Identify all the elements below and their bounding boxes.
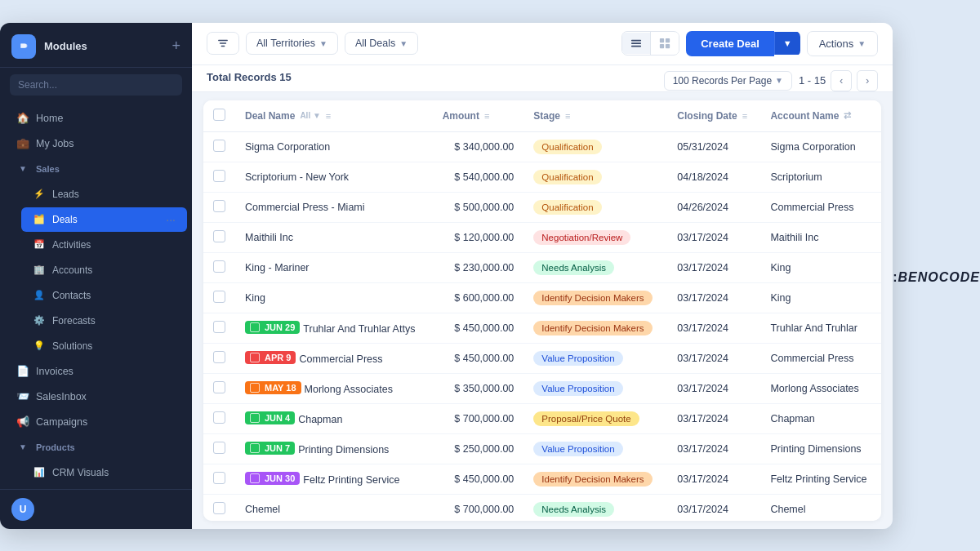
table-row: JUN 7Printing Dimensions$ 250,000.00Valu… — [203, 433, 881, 464]
date-tag[interactable]: JUN 4 — [245, 411, 295, 424]
date-tag[interactable]: MAY 18 — [245, 381, 301, 394]
deal-name-cell: Maithili Inc — [235, 222, 433, 252]
deals-dropdown[interactable]: All Deals ▼ — [345, 32, 418, 55]
sidebar-item-activities[interactable]: 📅 Activities — [21, 233, 187, 257]
stage-badge: Negotiation/Review — [533, 230, 630, 245]
date-tag[interactable]: JUN 7 — [245, 442, 295, 455]
total-records: Total Records 15 — [207, 71, 292, 90]
deals-table: Deal Name All ▼ ≡ Amount ≡ — [203, 100, 881, 521]
deal-name-text: Chapman — [298, 414, 342, 425]
row-checkbox[interactable] — [213, 502, 225, 514]
closing-date-sort-icon[interactable]: ≡ — [742, 111, 747, 121]
sidebar-section-label: Products — [36, 442, 75, 452]
create-deal-dropdown-button[interactable]: ▼ — [774, 32, 800, 55]
sidebar-item-label: Solutions — [52, 340, 92, 352]
row-checkbox[interactable] — [213, 472, 225, 484]
add-module-button[interactable]: + — [172, 38, 180, 55]
stage-sort-icon[interactable]: ≡ — [565, 111, 570, 121]
search-input[interactable] — [10, 74, 182, 96]
closing-date-header: Closing Date ≡ — [667, 100, 760, 132]
amount-cell: $ 340,000.00 — [433, 131, 524, 162]
row-checkbox[interactable] — [213, 200, 225, 212]
closing-date-cell: 03/17/2024 — [667, 252, 760, 282]
closing-date-cell: 03/17/2024 — [667, 433, 760, 464]
sidebar-item-label: Activities — [52, 239, 91, 251]
row-checkbox[interactable] — [213, 260, 225, 273]
amount-cell: $ 540,000.00 — [433, 162, 524, 192]
sidebar-item-salesinbox[interactable]: 📨 SalesInbox — [5, 384, 187, 409]
row-checkbox[interactable] — [213, 442, 225, 454]
home-icon: 🏠 — [16, 112, 29, 125]
account-name-settings-icon[interactable]: ⇄ — [844, 110, 851, 121]
deal-name-text: Commercial Press - Miami — [245, 202, 365, 213]
actions-label: Actions — [819, 38, 854, 50]
prev-page-button[interactable]: ‹ — [831, 70, 852, 91]
stage-badge: Qualification — [533, 140, 601, 154]
row-checkbox[interactable] — [213, 230, 225, 242]
stage-col-label: Stage — [533, 110, 560, 122]
list-view-button[interactable] — [622, 33, 650, 54]
avatar[interactable]: U — [11, 498, 34, 521]
deals-label: All Deals — [355, 38, 395, 49]
page-nav: 1 - 15 ‹ › — [799, 70, 878, 91]
deal-name-cell: JUN 7Printing Dimensions — [235, 433, 433, 464]
sidebar-item-forecasts[interactable]: ⚙️ Forecasts — [21, 309, 187, 333]
more-icon[interactable]: ··· — [166, 213, 176, 226]
sidebar-item-home[interactable]: 🏠 Home — [5, 106, 187, 131]
sidebar-item-label: Forecasts — [52, 315, 96, 327]
territory-dropdown[interactable]: All Territories ▼ — [246, 32, 338, 55]
next-page-button[interactable]: › — [857, 70, 878, 91]
deal-name-text: Truhlar And Truhlar Attys — [303, 323, 415, 335]
select-all-checkbox[interactable] — [213, 109, 225, 121]
svg-rect-2 — [631, 42, 641, 44]
stage-cell: Needs Analysis — [523, 494, 667, 521]
deal-name-sort-icon[interactable]: ≡ — [326, 111, 331, 121]
footer-brand: :BENOCODE — [893, 264, 980, 288]
sidebar-item-solutions[interactable]: 💡 Solutions — [21, 334, 187, 358]
deal-name-cell: APR 9Commercial Press — [235, 343, 433, 373]
sidebar-item-label: Contacts — [52, 290, 91, 301]
closing-date-cell: 03/17/2024 — [667, 282, 760, 313]
sidebar-item-contacts[interactable]: 👤 Contacts — [21, 283, 187, 308]
tag-checkbox-icon — [250, 413, 260, 423]
create-deal-button[interactable]: Create Deal — [686, 31, 774, 56]
row-checkbox[interactable] — [213, 140, 225, 152]
table-row: APR 9Commercial Press$ 450,000.00Value P… — [203, 343, 881, 373]
deal-name-text: King — [245, 292, 265, 304]
date-tag[interactable]: JUN 29 — [245, 321, 300, 334]
table-row: Chemel$ 700,000.00Needs Analysis03/17/20… — [203, 494, 881, 521]
row-checkbox[interactable] — [213, 411, 225, 424]
stage-header: Stage ≡ — [523, 100, 667, 132]
per-page-button[interactable]: 100 Records Per Page ▼ — [664, 71, 792, 91]
filter-button[interactable] — [207, 32, 239, 55]
tag-checkbox-icon — [250, 473, 260, 483]
row-checkbox[interactable] — [213, 291, 225, 303]
row-checkbox[interactable] — [213, 170, 225, 182]
sidebar-item-my-jobs[interactable]: 💼 My Jobs — [5, 131, 187, 156]
deal-name-cell: King — [235, 282, 433, 313]
sidebar-item-deals[interactable]: 🗂️ Deals ··· — [21, 207, 187, 232]
amount-cell: $ 350,000.00 — [433, 373, 524, 403]
date-tag[interactable]: JUN 30 — [245, 472, 300, 485]
sidebar-item-crm-visuals[interactable]: 📊 CRM Visuals — [21, 460, 187, 485]
deal-name-header: Deal Name All ▼ ≡ — [235, 100, 433, 132]
table-row: MAY 18Morlong Associates$ 350,000.00Valu… — [203, 373, 881, 403]
amount-cell: $ 700,000.00 — [433, 403, 524, 433]
sidebar-item-campaigns[interactable]: 📢 Campaigns — [5, 410, 187, 434]
sidebar-item-leads[interactable]: ⚡ Leads — [21, 182, 187, 207]
row-checkbox[interactable] — [213, 381, 225, 393]
sidebar-item-accounts[interactable]: 🏢 Accounts — [21, 258, 187, 282]
deal-name-col-label: Deal Name — [245, 110, 295, 122]
account-name-cell: Feltz Printing Service — [760, 464, 881, 494]
amount-sort-icon[interactable]: ≡ — [484, 111, 489, 121]
row-checkbox[interactable] — [213, 351, 225, 363]
actions-button[interactable]: Actions ▼ — [807, 31, 879, 56]
deal-name-filter[interactable]: All ▼ — [300, 111, 320, 120]
amount-cell: $ 230,000.00 — [433, 252, 524, 282]
row-checkbox-cell — [203, 494, 235, 521]
sidebar-item-invoices[interactable]: 📄 Invoices — [5, 359, 187, 384]
date-tag[interactable]: APR 9 — [245, 351, 296, 364]
row-checkbox[interactable] — [213, 321, 225, 333]
grid-view-button[interactable] — [651, 33, 679, 54]
account-name-cell: Truhlar And Truhlar — [760, 313, 881, 343]
